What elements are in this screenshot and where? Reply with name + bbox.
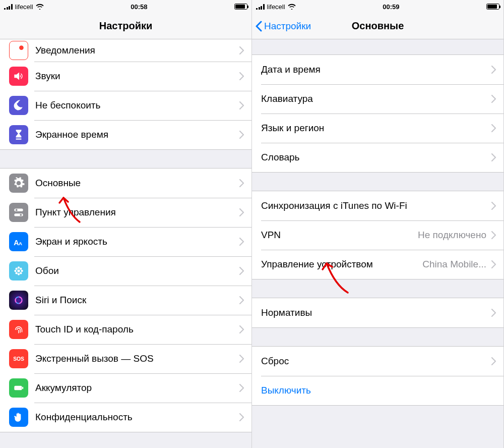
row-label: Аккумулятор — [35, 382, 234, 394]
row-language[interactable]: Язык и регион — [252, 114, 503, 143]
svg-point-1 — [19, 45, 24, 50]
row-vpn[interactable]: VPN Не подключено — [252, 220, 503, 250]
row-label: Уведомления — [35, 45, 234, 56]
row-detail: Не подключено — [418, 230, 486, 241]
chevron-right-icon — [486, 153, 503, 161]
settings-list[interactable]: Уведомления Звуки Не беспокоить — [0, 39, 251, 448]
row-label: Конфиденциальность — [35, 412, 234, 423]
chevron-right-icon — [486, 309, 503, 317]
chevron-right-icon — [486, 202, 503, 210]
nav-header: Настройки — [0, 13, 251, 39]
row-dictionary[interactable]: Словарь — [252, 143, 503, 172]
row-label: Экран и яркость — [35, 236, 234, 247]
svg-point-8 — [17, 269, 20, 272]
chevron-right-icon — [234, 355, 251, 363]
svg-point-13 — [16, 268, 18, 270]
row-label: Сброс — [261, 356, 486, 367]
siri-icon — [9, 291, 28, 310]
chevron-right-icon — [486, 124, 503, 132]
row-label: Обои — [35, 265, 234, 276]
moon-icon — [9, 96, 28, 115]
row-siri[interactable]: Siri и Поиск — [0, 286, 251, 315]
chevron-right-icon — [486, 260, 503, 268]
row-controlcenter[interactable]: Пункт управления — [0, 198, 251, 227]
nav-header: Настройки Основные — [252, 13, 503, 39]
fingerprint-icon — [9, 320, 28, 339]
chevron-right-icon — [234, 179, 251, 187]
row-battery[interactable]: Аккумулятор — [0, 373, 251, 403]
row-device-management[interactable]: Управление устройством China Mobile... — [252, 250, 503, 279]
wifi-icon — [288, 4, 296, 10]
chevron-right-icon — [234, 46, 251, 54]
chevron-right-icon — [486, 66, 503, 74]
row-label: Синхронизация с iTunes по Wi-Fi — [261, 200, 486, 211]
clock-label: 00:59 — [383, 3, 399, 11]
row-keyboard[interactable]: Клавиатура — [252, 84, 503, 114]
row-datetime[interactable]: Дата и время — [252, 55, 503, 84]
row-reset[interactable]: Сброс — [252, 347, 503, 376]
chevron-right-icon — [234, 267, 251, 275]
toggles-icon — [9, 203, 28, 222]
battery-icon — [234, 4, 247, 10]
signal-icon — [256, 4, 265, 10]
chevron-right-icon — [234, 413, 251, 421]
battery-icon — [9, 378, 28, 398]
row-detail: China Mobile... — [422, 259, 486, 270]
back-button[interactable]: Настройки — [252, 21, 311, 32]
general-list[interactable]: Дата и время Клавиатура Язык и регион Сл… — [252, 39, 503, 448]
svg-point-11 — [14, 270, 16, 272]
svg-point-10 — [18, 273, 20, 275]
row-label: Нормативы — [261, 307, 486, 318]
svg-point-3 — [16, 209, 18, 211]
row-sos[interactable]: SOS Экстренный вызов — SOS — [0, 344, 251, 373]
clock-label: 00:58 — [131, 3, 147, 11]
row-shutdown[interactable]: Выключить — [252, 376, 503, 405]
chevron-right-icon — [486, 357, 503, 365]
carrier-label: lifecell — [15, 3, 33, 11]
row-display[interactable]: AA Экран и яркость — [0, 227, 251, 256]
row-label: Управление устройством — [261, 259, 417, 270]
row-regulatory[interactable]: Нормативы — [252, 298, 503, 327]
signal-icon — [4, 4, 13, 10]
settings-root-screen: lifecell 00:58 Настройки Уведомления — [0, 0, 252, 448]
back-label: Настройки — [264, 21, 311, 32]
chevron-right-icon — [234, 208, 251, 216]
hand-icon — [9, 408, 28, 427]
textsize-icon: AA — [9, 232, 28, 251]
chevron-right-icon — [234, 101, 251, 109]
chevron-right-icon — [234, 238, 251, 246]
chevron-right-icon — [234, 296, 251, 304]
chevron-right-icon — [234, 72, 251, 80]
chevron-right-icon — [486, 231, 503, 239]
row-touchid[interactable]: Touch ID и код-пароль — [0, 315, 251, 344]
battery-icon — [486, 4, 499, 10]
chevron-right-icon — [234, 325, 251, 333]
svg-text:SOS: SOS — [13, 356, 24, 362]
row-label: Экранное время — [35, 129, 234, 140]
chevron-right-icon — [234, 131, 251, 139]
svg-point-12 — [21, 270, 23, 272]
row-label: Пункт управления — [35, 207, 234, 218]
carrier-label: lifecell — [267, 3, 285, 11]
row-label: Не беспокоить — [35, 100, 234, 111]
row-wallpaper[interactable]: Обои — [0, 256, 251, 286]
svg-rect-21 — [22, 387, 23, 389]
row-screentime[interactable]: Экранное время — [0, 120, 251, 149]
chevron-right-icon — [234, 384, 251, 392]
row-label font: Выключить — [261, 385, 503, 396]
row-sounds[interactable]: Звуки — [0, 62, 251, 91]
page-title: Настройки — [0, 20, 251, 32]
sounds-icon — [9, 67, 28, 86]
row-dnd[interactable]: Не беспокоить — [0, 91, 251, 120]
row-privacy[interactable]: Конфиденциальность — [0, 403, 251, 432]
svg-rect-20 — [14, 386, 22, 390]
row-general[interactable]: Основные — [0, 169, 251, 198]
row-label: Клавиатура — [261, 93, 486, 104]
row-label: Touch ID и код-пароль — [35, 324, 234, 335]
status-bar: lifecell 00:59 — [252, 0, 503, 13]
row-notifications[interactable]: Уведомления — [0, 39, 251, 62]
svg-point-9 — [18, 266, 20, 268]
row-itunes-wifi[interactable]: Синхронизация с iTunes по Wi-Fi — [252, 191, 503, 220]
row-label: Siri и Поиск — [35, 295, 234, 306]
row-label: Язык и регион — [261, 123, 486, 134]
